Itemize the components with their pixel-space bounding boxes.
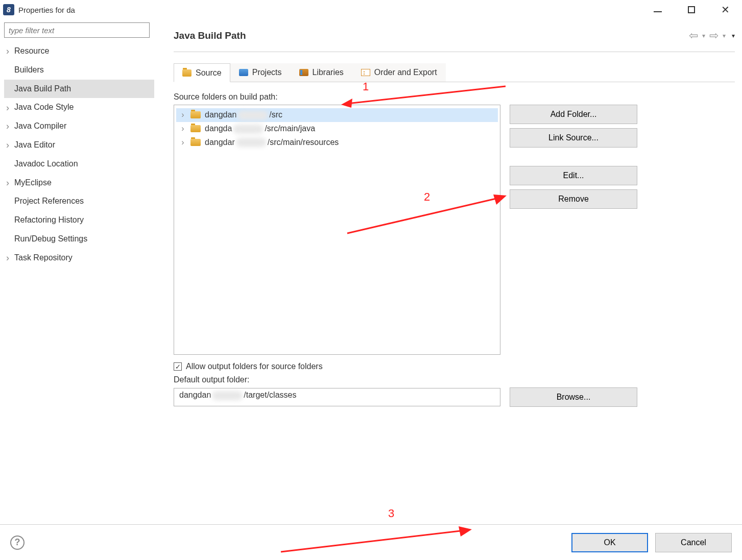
dialog-footer: ? OK Cancel [0, 524, 742, 560]
sidebar-item-javadoc-location[interactable]: Javadoc Location [4, 155, 154, 174]
tab-source[interactable]: Source [174, 63, 230, 82]
nav-forward-menu[interactable]: ▾ [723, 32, 726, 39]
link-source-button[interactable]: Link Source... [510, 128, 637, 148]
order-icon [361, 69, 370, 76]
sidebar-item-project-references[interactable]: Project References [4, 192, 154, 211]
main-panel: Java Build Path ⇦ ▾ ⇨ ▾ ▾ SourceProjects… [158, 19, 742, 524]
filter-input[interactable] [4, 22, 150, 38]
sidebar-item-java-editor[interactable]: Java Editor [4, 136, 154, 155]
source-folder-row[interactable]: ›dangdar/src/main/resources [176, 136, 498, 150]
tab-order-and-export[interactable]: Order and Export [352, 63, 446, 82]
source-folder-row[interactable]: ›dangda/src/main/java [176, 122, 498, 136]
app-icon: 8 [3, 4, 14, 15]
folder-icon [182, 69, 192, 77]
tab-projects[interactable]: Projects [230, 63, 291, 82]
properties-sidebar: ResourceBuildersJava Build PathJava Code… [0, 19, 158, 524]
default-output-label: Default output folder: [174, 375, 735, 384]
sidebar-item-myeclipse[interactable]: MyEclipse [4, 174, 154, 192]
annotation-1: 1 [363, 80, 369, 93]
maximize-button[interactable] [687, 5, 696, 14]
sidebar-item-task-repository[interactable]: Task Repository [4, 249, 154, 267]
window-titlebar: 8 Properties for da ✕ [0, 0, 742, 19]
default-output-field[interactable]: dangdan/target/classes [174, 388, 500, 406]
browse-button[interactable]: Browse... [510, 387, 637, 407]
ok-button[interactable]: OK [571, 533, 648, 552]
package-folder-icon [190, 139, 201, 146]
add-folder-button[interactable]: Add Folder... [510, 105, 637, 124]
sidebar-item-run-debug-settings[interactable]: Run/Debug Settings [4, 230, 154, 249]
edit-button[interactable]: Edit... [510, 166, 637, 185]
nav-forward-icon[interactable]: ⇨ [708, 29, 720, 42]
lib-icon [299, 69, 308, 76]
package-folder-icon [190, 111, 201, 118]
source-folders-label: Source folders on build path: [174, 92, 735, 102]
sidebar-item-java-code-style[interactable]: Java Code Style [4, 98, 154, 117]
source-folder-row[interactable]: ›dangdan/src [176, 108, 498, 122]
source-folders-list[interactable]: ›dangdan/src›dangda/src/main/java›dangda… [174, 105, 500, 355]
chevron-right-icon: › [179, 138, 186, 147]
nav-back-icon[interactable]: ⇦ [688, 29, 699, 42]
tab-libraries[interactable]: Libraries [291, 63, 352, 82]
chevron-right-icon: › [179, 110, 186, 119]
build-path-tabs: SourceProjectsLibrariesOrder and Export [174, 63, 735, 82]
sidebar-item-refactoring-history[interactable]: Refactoring History [4, 211, 154, 230]
view-menu-icon[interactable]: ▾ [732, 32, 735, 39]
sidebar-item-java-compiler[interactable]: Java Compiler [4, 117, 154, 136]
close-button[interactable]: ✕ [721, 5, 730, 14]
sidebar-item-resource[interactable]: Resource [4, 42, 154, 61]
sidebar-item-builders[interactable]: Builders [4, 61, 154, 80]
package-folder-icon [190, 125, 201, 132]
page-title: Java Build Path [174, 30, 246, 41]
remove-button[interactable]: Remove [510, 189, 637, 209]
sidebar-item-java-build-path[interactable]: Java Build Path [4, 80, 154, 99]
window-title: Properties for da [18, 6, 75, 14]
nav-back-menu[interactable]: ▾ [702, 32, 705, 39]
help-icon[interactable]: ? [10, 535, 25, 550]
projects-icon [239, 69, 248, 76]
cancel-button[interactable]: Cancel [655, 533, 732, 552]
minimize-button[interactable] [653, 5, 662, 14]
allow-output-label: Allow output folders for source folders [186, 362, 323, 371]
chevron-right-icon: › [179, 124, 186, 133]
allow-output-checkbox[interactable]: ✓ [174, 362, 182, 371]
